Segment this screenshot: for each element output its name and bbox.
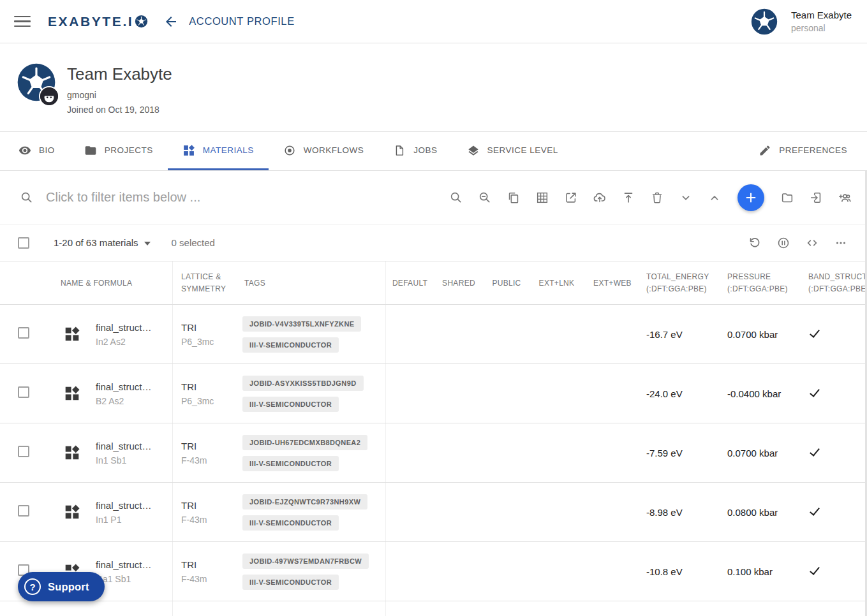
col-ext-web[interactable]: EXT+WEB (584, 279, 641, 288)
search-minus-icon[interactable] (478, 191, 492, 205)
account-menu[interactable]: Team Exabyte personal (750, 8, 852, 36)
plus-icon (744, 191, 758, 205)
lattice-type: TRI (181, 559, 236, 570)
logo-ball-icon (135, 15, 148, 28)
tags-cell: JOBID-EJZQNWTC9R73NH9XWIII-V-SEMICONDUCT… (236, 483, 385, 541)
material-formula: In2 As2 (96, 337, 172, 347)
question-icon: ? (24, 578, 41, 595)
upload-icon[interactable] (621, 191, 635, 205)
default-cell (385, 305, 434, 363)
symmetry-group: F-43m (181, 574, 236, 584)
more-icon[interactable] (834, 236, 848, 250)
tag-chip: III-V-SEMICONDUCTOR (242, 575, 339, 590)
folder-icon (84, 144, 97, 157)
table-row: final_struct… Ga1 Sb1 TRI F-43m JOBID-49… (0, 542, 867, 601)
list-toolbar: 1-20 of 63 materials 0 selected (0, 224, 867, 261)
tab-service-level[interactable]: SERVICE LEVEL (452, 132, 573, 170)
default-cell (385, 601, 434, 616)
row-checkbox[interactable] (18, 327, 29, 339)
cloud-upload-icon[interactable] (593, 191, 607, 205)
col-name-formula[interactable]: NAME & FORMULA (54, 279, 172, 288)
chevron-down-icon[interactable] (679, 191, 693, 205)
pagination-range[interactable]: 1-20 of 63 materials (54, 237, 151, 248)
col-ext-lnk[interactable]: EXT+LNK (530, 279, 584, 288)
row-checkbox[interactable] (18, 386, 29, 398)
band-structure-check-icon (810, 386, 820, 397)
material-name[interactable]: final_struct… (96, 500, 172, 511)
symmetry-group: F-43m (181, 455, 236, 466)
filter-input[interactable] (46, 190, 449, 205)
tag-chip: JOBID-497WS7EMDAN7FRBCW (242, 554, 369, 569)
tab-materials[interactable]: MATERIALS (168, 132, 269, 170)
pressure-value: -0.0400 kbar (721, 388, 801, 399)
total-energy-value: -24.0 eV (641, 388, 721, 399)
material-icon (64, 504, 80, 520)
material-name[interactable]: final_struct… (96, 559, 172, 570)
row-checkbox[interactable] (18, 505, 29, 517)
table-row: final_struct… In1 Sb1 TRI F-43m JOBID-UH… (0, 423, 867, 483)
tab-preferences[interactable]: PREFERENCES (744, 132, 862, 170)
band-structure-check-icon (810, 446, 820, 457)
material-formula: In1 Sb1 (96, 455, 172, 466)
chevron-up-icon[interactable] (708, 191, 722, 205)
col-lattice-symmetry[interactable]: LATTICE & SYMMETRY (172, 261, 236, 304)
tag-chip: JOBID-UH67EDCMXB8DQNEA2 (242, 435, 367, 450)
table-row: final_struct… B2 As2 TRI P6_3mc JOBID-AS… (0, 364, 867, 423)
tag-chip: III-V-SEMICONDUCTOR (242, 456, 339, 471)
tab-workflows[interactable]: WORKFLOWS (269, 132, 379, 170)
tag-chip: JOBID-ASYXKISS5TBDJGN9D (242, 376, 364, 391)
workflows-icon (283, 144, 296, 157)
copy-icon[interactable] (507, 191, 521, 205)
col-shared[interactable]: SHARED (434, 279, 484, 288)
col-band-structure[interactable]: BAND_STRUCTU (:DFT:GGA:PBE) (801, 271, 867, 295)
folder-outline-icon[interactable] (780, 191, 794, 205)
exabyte-logo[interactable]: EXABYTE.I (48, 14, 148, 29)
material-name[interactable]: final_struct… (96, 441, 172, 451)
delete-icon[interactable] (650, 191, 664, 205)
advanced-search-icon[interactable] (449, 191, 463, 205)
table-row: final_struct… In2 As2 TRI P6_3mc JOBID-V… (0, 305, 867, 364)
group-add-icon[interactable] (838, 191, 852, 205)
tab-projects[interactable]: PROJECTS (70, 132, 168, 170)
col-tags[interactable]: TAGS (236, 279, 385, 288)
menu-icon[interactable] (14, 13, 31, 31)
table-row: final_struct… In1 P1 TRI F-43m JOBID-EJZ… (0, 483, 867, 542)
eye-icon (19, 144, 31, 157)
materials-icon (182, 144, 195, 157)
search-icon (20, 191, 34, 205)
app-bar: EXABYTE.I ACCOUNT PROFILE Team Exabyte p… (0, 0, 867, 43)
default-cell (385, 483, 434, 541)
lattice-type: TRI (181, 500, 236, 511)
back-arrow-icon[interactable] (163, 14, 179, 29)
tab-bio[interactable]: BIO (4, 132, 70, 170)
tab-jobs[interactable]: JOBS (378, 132, 452, 170)
material-name[interactable]: final_struct… (96, 322, 172, 333)
code-icon[interactable] (805, 236, 819, 250)
select-all-checkbox[interactable] (18, 237, 29, 249)
band-structure-check-icon (810, 564, 820, 575)
total-energy-value: -16.7 eV (641, 329, 721, 340)
profile-name: Team Exabyte (67, 64, 172, 84)
profile-tabs: BIO PROJECTS MATERIALS WORKFLOWS JOBS SE… (0, 132, 867, 171)
account-avatar[interactable] (750, 8, 778, 36)
symmetry-group: P6_3mc (181, 396, 236, 406)
profile-section: Team Exabyte gmogni Joined on Oct 19, 20… (0, 43, 867, 132)
open-in-new-icon[interactable] (564, 191, 578, 205)
col-total-energy[interactable]: TOTAL_ENERGY (:DFT:GGA:PBE) (641, 271, 721, 295)
material-icon (64, 326, 80, 342)
pencil-icon (759, 144, 771, 157)
import-icon[interactable] (809, 191, 823, 205)
pause-circle-icon[interactable] (776, 236, 790, 250)
default-cell (385, 423, 434, 482)
col-public[interactable]: PUBLIC (484, 279, 530, 288)
undo-icon[interactable] (748, 236, 762, 250)
add-material-button[interactable] (737, 184, 764, 211)
row-checkbox[interactable] (18, 446, 29, 457)
support-button[interactable]: ? Support (18, 572, 105, 601)
logo-text: EXABYTE.I (48, 14, 133, 29)
col-default[interactable]: DEFAULT (385, 261, 434, 304)
grid-view-icon[interactable] (535, 191, 549, 205)
tags-cell: JOBID-V4V339T5LXNFYZKNEIII-V-SEMICONDUCT… (236, 305, 385, 363)
material-name[interactable]: final_struct… (96, 381, 172, 392)
col-pressure[interactable]: PRESSURE (:DFT:GGA:PBE) (721, 271, 801, 295)
